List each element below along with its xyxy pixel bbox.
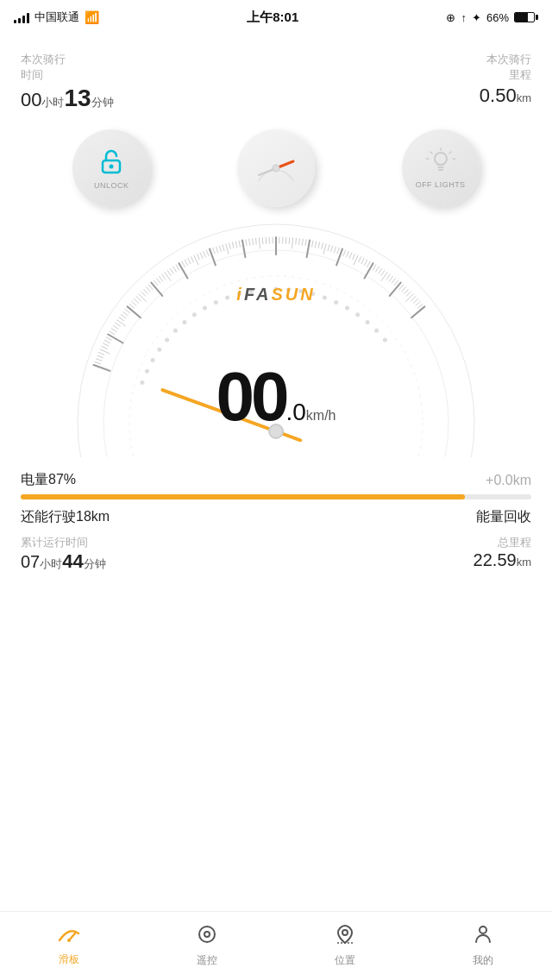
riding-time-minutes: 13 — [64, 85, 91, 111]
cumulative-time-block: 累计运行时间 07小时44分钟 — [21, 535, 106, 573]
cumulative-minutes-unit: 分钟 — [84, 557, 106, 570]
cumulative-minutes: 44 — [62, 550, 83, 572]
riding-distance-value: 0.50km — [480, 85, 531, 107]
svg-point-1 — [110, 165, 114, 169]
meta-row: 累计运行时间 07小时44分钟 总里程 22.59km — [21, 535, 531, 573]
nav-label-mine: 我的 — [473, 953, 493, 968]
riding-distance-label: 本次骑行里程 — [480, 52, 531, 83]
svg-point-164 — [199, 927, 215, 942]
status-bar: 中国联通 📶 上午8:01 ⊕ ↑ ✦ 66% — [0, 0, 552, 35]
speed-decimal: .0 — [285, 399, 305, 425]
energy-recovery-label: 能量回收 — [476, 508, 531, 526]
battery-row: 电量87% +0.0km — [21, 471, 531, 489]
arrow-icon: ↑ — [461, 11, 467, 24]
nav-item-location[interactable]: 位置 — [276, 912, 414, 980]
riding-time-block: 本次骑行时间 00小时13分钟 — [21, 52, 114, 112]
bottom-nav: 滑板 遥控 位置 我的 — [0, 911, 552, 980]
svg-point-5 — [435, 153, 447, 165]
battery-bar-fill — [21, 494, 465, 499]
carrier-label: 中国联通 — [34, 9, 79, 25]
unlock-label: UNLOCK — [94, 181, 129, 190]
status-time: 上午8:01 — [247, 9, 298, 26]
svg-point-163 — [67, 939, 71, 942]
total-distance-value: 22.59km — [474, 550, 531, 570]
brand-label: iFASUN — [236, 285, 315, 305]
lock-icon — [96, 147, 127, 178]
cumulative-time-label: 累计运行时间 — [21, 535, 106, 550]
cumulative-hours-unit: 小时 — [40, 557, 62, 570]
lights-label: OFF LIGHTS — [416, 180, 466, 189]
location-nav-icon — [335, 924, 355, 950]
lights-button[interactable]: OFF LIGHTS — [402, 129, 480, 207]
info-row: 还能行驶18km 能量回收 — [21, 508, 531, 526]
svg-point-165 — [204, 932, 210, 937]
svg-line-7 — [449, 152, 451, 154]
speedometer-nav-icon — [58, 925, 80, 949]
nav-item-skate[interactable]: 滑板 — [0, 912, 138, 980]
riding-time-label: 本次骑行时间 — [21, 52, 114, 83]
status-right: ⊕ ↑ ✦ 66% — [446, 11, 538, 24]
remain-label: 还能行驶18km — [21, 508, 110, 526]
battery-label: 电量87% — [21, 471, 76, 489]
svg-point-4 — [273, 165, 279, 172]
bulb-icon — [426, 148, 455, 177]
speed-unit: km/h — [306, 408, 336, 423]
remote-nav-icon — [197, 924, 217, 950]
svg-point-168 — [480, 927, 486, 933]
horn-button[interactable] — [237, 129, 315, 207]
location-icon: ⊕ — [446, 11, 455, 24]
nav-item-mine[interactable]: 我的 — [414, 912, 552, 980]
battery-extra: +0.0km — [486, 473, 531, 488]
speedometer: iFASUN 00.0km/h — [0, 216, 552, 457]
stats-row: 本次骑行时间 00小时13分钟 本次骑行里程 0.50km — [21, 52, 531, 112]
svg-point-166 — [342, 930, 348, 935]
riding-time-hours-unit: 小时 — [41, 96, 64, 109]
riding-distance-number: 0.50 — [480, 85, 517, 106]
status-left: 中国联通 📶 — [14, 9, 99, 25]
nav-label-location: 位置 — [335, 953, 355, 968]
battery-percent: 66% — [486, 11, 509, 24]
cumulative-time-value: 07小时44分钟 — [21, 550, 106, 573]
cumulative-hours: 07 — [21, 552, 40, 571]
nav-label-skate: 滑板 — [59, 952, 79, 967]
controls-row: UNLOCK O — [21, 129, 531, 207]
riding-distance-block: 本次骑行里程 0.50km — [480, 52, 531, 112]
total-distance-label: 总里程 — [474, 535, 531, 550]
svg-line-9 — [430, 152, 432, 154]
speed-number: 00 — [216, 358, 285, 435]
bluetooth-icon: ✦ — [472, 11, 481, 24]
battery-bar — [21, 494, 531, 499]
total-distance-unit: km — [517, 556, 531, 569]
riding-distance-unit: km — [517, 91, 531, 104]
riding-time-value: 00小时13分钟 — [21, 85, 114, 112]
unlock-button[interactable]: UNLOCK — [72, 129, 150, 207]
total-distance-block: 总里程 22.59km — [474, 535, 531, 573]
person-nav-icon — [473, 924, 493, 950]
total-distance-number: 22.59 — [474, 550, 517, 569]
wifi-icon: 📶 — [85, 10, 99, 24]
main-content: 本次骑行时间 00小时13分钟 本次骑行里程 0.50km UNLOCK — [0, 35, 552, 911]
battery-icon — [514, 12, 538, 22]
battery-section: 电量87% +0.0km 还能行驶18km 能量回收 累计运行时间 07小时44… — [21, 457, 531, 573]
signal-icon — [14, 11, 29, 23]
nav-item-remote[interactable]: 遥控 — [138, 912, 276, 980]
nav-label-remote: 遥控 — [197, 953, 217, 968]
riding-time-minutes-unit: 分钟 — [91, 96, 114, 109]
riding-time-hours: 00 — [21, 89, 41, 110]
horn-needle-icon — [250, 142, 302, 194]
speed-display: 00.0km/h — [216, 362, 336, 431]
